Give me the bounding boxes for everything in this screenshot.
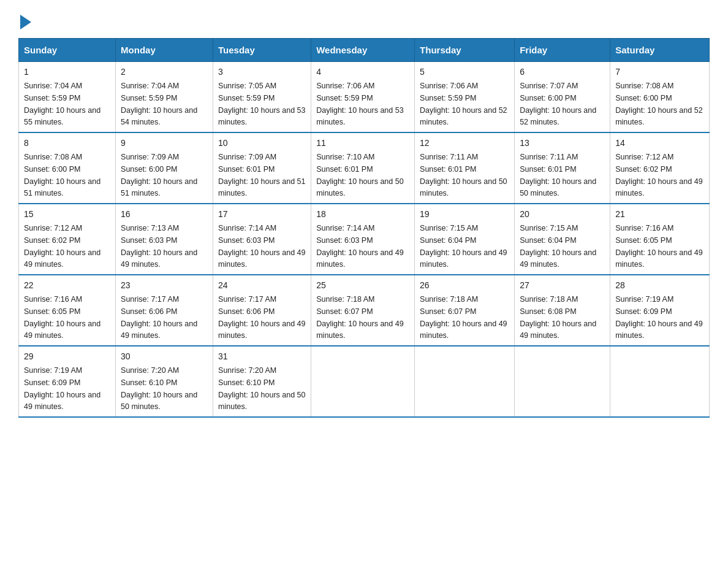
weekday-header-sunday: Sunday [19,39,116,62]
day-number: 29 [24,350,110,363]
day-info: Sunrise: 7:08 AMSunset: 6:00 PMDaylight:… [615,82,702,126]
day-number: 28 [615,279,704,292]
day-cell: 3Sunrise: 7:05 AMSunset: 5:59 PMDaylight… [213,62,311,133]
day-number: 12 [420,137,509,150]
day-info: Sunrise: 7:16 AMSunset: 6:05 PMDaylight:… [24,295,100,340]
day-cell: 26Sunrise: 7:18 AMSunset: 6:07 PMDayligh… [415,275,515,346]
day-number: 14 [615,137,704,150]
week-row-1: 1Sunrise: 7:04 AMSunset: 5:59 PMDaylight… [19,62,710,133]
day-info: Sunrise: 7:15 AMSunset: 6:04 PMDaylight:… [520,224,596,269]
day-number: 19 [420,208,509,221]
day-cell: 14Sunrise: 7:12 AMSunset: 6:02 PMDayligh… [610,132,710,204]
day-info: Sunrise: 7:18 AMSunset: 6:08 PMDaylight:… [520,295,596,340]
day-cell: 13Sunrise: 7:11 AMSunset: 6:01 PMDayligh… [515,132,610,204]
day-info: Sunrise: 7:04 AMSunset: 5:59 PMDaylight:… [121,82,197,126]
logo-triangle-icon [20,15,31,29]
day-number: 20 [520,208,605,221]
day-info: Sunrise: 7:07 AMSunset: 6:00 PMDaylight:… [520,82,596,126]
day-info: Sunrise: 7:18 AMSunset: 6:07 PMDaylight:… [316,295,403,340]
day-info: Sunrise: 7:17 AMSunset: 6:06 PMDaylight:… [218,295,305,340]
day-number: 21 [615,208,704,221]
day-cell: 21Sunrise: 7:16 AMSunset: 6:05 PMDayligh… [610,204,710,275]
day-cell: 9Sunrise: 7:09 AMSunset: 6:00 PMDaylight… [116,132,213,204]
day-info: Sunrise: 7:11 AMSunset: 6:01 PMDaylight:… [420,153,507,197]
day-number: 15 [24,208,110,221]
day-number: 26 [420,279,509,292]
day-cell: 25Sunrise: 7:18 AMSunset: 6:07 PMDayligh… [311,275,415,346]
day-info: Sunrise: 7:12 AMSunset: 6:02 PMDaylight:… [24,224,100,269]
day-cell: 20Sunrise: 7:15 AMSunset: 6:04 PMDayligh… [515,204,610,275]
day-number: 24 [218,279,306,292]
day-cell: 4Sunrise: 7:06 AMSunset: 5:59 PMDaylight… [311,62,415,133]
day-cell: 23Sunrise: 7:17 AMSunset: 6:06 PMDayligh… [116,275,213,346]
day-info: Sunrise: 7:09 AMSunset: 6:01 PMDaylight:… [218,153,305,197]
day-cell [311,346,415,417]
day-cell: 6Sunrise: 7:07 AMSunset: 6:00 PMDaylight… [515,62,610,133]
day-number: 8 [24,137,110,150]
day-number: 25 [316,279,409,292]
day-cell: 12Sunrise: 7:11 AMSunset: 6:01 PMDayligh… [415,132,515,204]
day-info: Sunrise: 7:15 AMSunset: 6:04 PMDaylight:… [420,224,507,269]
day-number: 1 [24,66,110,79]
day-cell: 2Sunrise: 7:04 AMSunset: 5:59 PMDaylight… [116,62,213,133]
day-cell [610,346,710,417]
day-info: Sunrise: 7:14 AMSunset: 6:03 PMDaylight:… [218,224,305,269]
day-cell: 22Sunrise: 7:16 AMSunset: 6:05 PMDayligh… [19,275,116,346]
day-info: Sunrise: 7:04 AMSunset: 5:59 PMDaylight:… [24,82,100,126]
day-cell: 31Sunrise: 7:20 AMSunset: 6:10 PMDayligh… [213,346,311,417]
weekday-header-friday: Friday [515,39,610,62]
day-info: Sunrise: 7:19 AMSunset: 6:09 PMDaylight:… [24,366,100,411]
week-row-5: 29Sunrise: 7:19 AMSunset: 6:09 PMDayligh… [19,346,710,417]
day-number: 30 [121,350,208,363]
day-info: Sunrise: 7:06 AMSunset: 5:59 PMDaylight:… [316,82,403,126]
day-cell: 19Sunrise: 7:15 AMSunset: 6:04 PMDayligh… [415,204,515,275]
day-cell: 29Sunrise: 7:19 AMSunset: 6:09 PMDayligh… [19,346,116,417]
day-cell: 30Sunrise: 7:20 AMSunset: 6:10 PMDayligh… [116,346,213,417]
calendar-table: SundayMondayTuesdayWednesdayThursdayFrid… [18,38,710,418]
day-cell: 18Sunrise: 7:14 AMSunset: 6:03 PMDayligh… [311,204,415,275]
weekday-header-thursday: Thursday [415,39,515,62]
day-info: Sunrise: 7:11 AMSunset: 6:01 PMDaylight:… [520,153,596,197]
day-info: Sunrise: 7:08 AMSunset: 6:00 PMDaylight:… [24,153,100,197]
day-number: 22 [24,279,110,292]
day-info: Sunrise: 7:13 AMSunset: 6:03 PMDaylight:… [121,224,197,269]
week-row-2: 8Sunrise: 7:08 AMSunset: 6:00 PMDaylight… [19,132,710,204]
day-number: 16 [121,208,208,221]
day-number: 11 [316,137,409,150]
day-number: 6 [520,66,605,79]
day-info: Sunrise: 7:18 AMSunset: 6:07 PMDaylight:… [420,295,507,340]
week-row-4: 22Sunrise: 7:16 AMSunset: 6:05 PMDayligh… [19,275,710,346]
day-info: Sunrise: 7:20 AMSunset: 6:10 PMDaylight:… [218,366,305,411]
day-cell: 1Sunrise: 7:04 AMSunset: 5:59 PMDaylight… [19,62,116,133]
day-number: 2 [121,66,208,79]
week-row-3: 15Sunrise: 7:12 AMSunset: 6:02 PMDayligh… [19,204,710,275]
day-number: 10 [218,137,306,150]
day-info: Sunrise: 7:20 AMSunset: 6:10 PMDaylight:… [121,366,197,411]
day-number: 31 [218,350,306,363]
day-info: Sunrise: 7:05 AMSunset: 5:59 PMDaylight:… [218,82,305,126]
day-info: Sunrise: 7:10 AMSunset: 6:01 PMDaylight:… [316,153,403,197]
weekday-header-row: SundayMondayTuesdayWednesdayThursdayFrid… [19,39,710,62]
weekday-header-saturday: Saturday [610,39,710,62]
day-info: Sunrise: 7:19 AMSunset: 6:09 PMDaylight:… [615,295,702,340]
day-cell: 28Sunrise: 7:19 AMSunset: 6:09 PMDayligh… [610,275,710,346]
day-info: Sunrise: 7:16 AMSunset: 6:05 PMDaylight:… [615,224,702,269]
weekday-header-monday: Monday [116,39,213,62]
day-cell: 16Sunrise: 7:13 AMSunset: 6:03 PMDayligh… [116,204,213,275]
day-number: 13 [520,137,605,150]
day-number: 5 [420,66,509,79]
day-number: 9 [121,137,208,150]
day-cell: 24Sunrise: 7:17 AMSunset: 6:06 PMDayligh… [213,275,311,346]
day-cell: 27Sunrise: 7:18 AMSunset: 6:08 PMDayligh… [515,275,610,346]
logo [18,12,31,26]
day-cell [515,346,610,417]
day-number: 3 [218,66,306,79]
weekday-header-wednesday: Wednesday [311,39,415,62]
day-cell: 17Sunrise: 7:14 AMSunset: 6:03 PMDayligh… [213,204,311,275]
page-header [18,12,710,26]
day-cell: 15Sunrise: 7:12 AMSunset: 6:02 PMDayligh… [19,204,116,275]
day-info: Sunrise: 7:09 AMSunset: 6:00 PMDaylight:… [121,153,197,197]
day-info: Sunrise: 7:14 AMSunset: 6:03 PMDaylight:… [316,224,403,269]
day-number: 27 [520,279,605,292]
day-number: 4 [316,66,409,79]
